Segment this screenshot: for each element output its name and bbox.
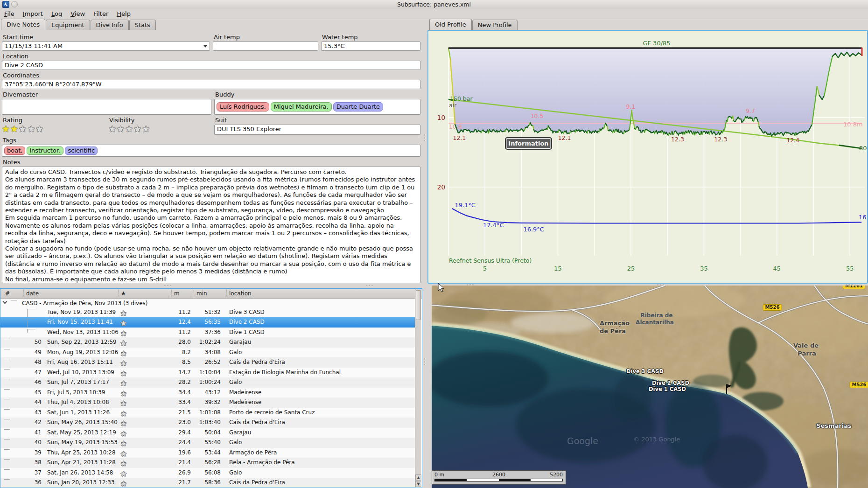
water-temp-label: Water temp <box>322 34 420 41</box>
dive-date: Sat, May 25, 2013 12:19 <box>47 429 116 436</box>
dive-location: Galo <box>229 379 242 385</box>
dive-row[interactable]: 45Fri, Jul 5, 2013 10:39★★★★★34.443:12Ma… <box>0 388 416 398</box>
start-time-combobox[interactable]: 11/15/13 11:41 AM <box>2 42 210 51</box>
dive-row[interactable]: 36Sun, Jan 20, 2013 12:33★★★★★21.758:36C… <box>0 478 416 488</box>
tab-old-profile[interactable]: Old Profile <box>429 19 472 30</box>
dive-location: Dive 2 CASD <box>229 319 265 325</box>
dive-row[interactable]: 48Fri, Aug 16, 2013 15:11★★★★★8.526:52Ca… <box>0 357 416 368</box>
chip: instructor, <box>27 146 63 155</box>
svg-text:12.3: 12.3 <box>714 136 727 143</box>
dive-date: Sun, May 26, 2013 15:40 <box>47 419 118 425</box>
tags-field[interactable]: boat,instructor,scientific <box>2 145 420 157</box>
scroll-down-arrow-icon[interactable]: ▼ <box>415 481 421 487</box>
dive-row[interactable]: Wed, Nov 13, 2013 11:06★★★★★11.237:36Div… <box>0 328 416 338</box>
google-watermark: Google <box>567 436 598 446</box>
coordinates-field[interactable]: 37°05'23.460"N 8°20'47.879"W <box>2 80 420 89</box>
dive-location: Garajau <box>229 339 251 345</box>
notes-textarea[interactable]: Aula do curso CASD. Transectos c/video e… <box>2 167 420 283</box>
water-temp-field[interactable]: 15.3°C <box>321 42 420 51</box>
menu-import[interactable]: Import <box>19 9 47 19</box>
column-header-3[interactable]: m <box>174 290 180 297</box>
dive-row[interactable]: 38Sun, Apr 21, 2013 11:28★★★★★21.456:28B… <box>0 458 416 468</box>
road-badge: M526 <box>763 304 782 311</box>
chip: boat, <box>4 146 25 155</box>
svg-text:GF 30/85: GF 30/85 <box>643 40 670 47</box>
column-header-2[interactable]: ★ <box>121 290 126 297</box>
dive-row[interactable]: 49Mon, Aug 19, 2013 12:06★★★★★8.234:08Ga… <box>0 348 416 358</box>
star-empty-icon: ★ <box>120 319 126 328</box>
map-place-label: Armação <box>600 320 630 327</box>
dive-row[interactable]: 46Sun, Jul 7, 2013 17:17★★★★★28.21:00:24… <box>0 377 416 388</box>
dive-row[interactable]: 40Sun, May 19, 2013 15:53★★★★★24.455:40G… <box>0 438 416 448</box>
map-place-label: Vale de <box>793 342 819 349</box>
dive-location: Garajau <box>229 429 251 436</box>
map-place-label: de Pêra <box>600 328 626 335</box>
visibility-stars[interactable]: ★★★★★ <box>108 125 211 133</box>
rating-stars[interactable]: ★★★★★ <box>2 125 105 133</box>
dive-location: Dive 3 CASD <box>229 309 265 315</box>
vertical-splitter-handle[interactable] <box>424 358 426 369</box>
dive-location: Cais da Pedra d'Eira <box>229 419 285 425</box>
menu-file[interactable]: File <box>0 9 19 19</box>
svg-text:15: 15 <box>554 265 562 272</box>
splitter-handle[interactable] <box>164 285 175 287</box>
dive-row[interactable]: 41Sat, May 25, 2013 12:19★★★★★29.450:04G… <box>0 428 416 438</box>
tab-new-profile[interactable]: New Profile <box>472 20 518 30</box>
tab-stats[interactable]: Stats <box>129 20 156 30</box>
scroll-up-arrow-icon[interactable]: ▲ <box>415 474 421 481</box>
star-empty-icon: ★ <box>120 369 126 378</box>
dive-duration: 39:32 <box>187 399 221 405</box>
star-empty-icon: ★ <box>117 124 125 134</box>
tab-dive-info[interactable]: Dive Info <box>91 20 129 30</box>
vertical-splitter-handle[interactable] <box>424 134 426 145</box>
dive-row[interactable]: 37Sat, Jan 26, 2013 14:58★★★★★26.956:08G… <box>0 468 416 478</box>
dive-row[interactable]: 43Sat, Jun 1, 2013 11:26★★★★★21.51:01:08… <box>0 408 416 418</box>
svg-text:55: 55 <box>846 265 854 272</box>
expander-arrow-icon[interactable] <box>3 300 7 304</box>
dive-date: Sun, Jul 7, 2013 17:17 <box>47 379 109 385</box>
svg-text:5: 5 <box>483 265 487 272</box>
dive-number: 48 <box>28 359 42 365</box>
menu-filter[interactable]: Filter <box>89 9 112 19</box>
menu-log[interactable]: Log <box>47 9 66 19</box>
dive-list-header[interactable]: #date★mminlocation <box>0 289 422 299</box>
divemaster-field[interactable] <box>2 99 211 115</box>
svg-text:16: 16 <box>859 214 867 221</box>
dive-row-selected[interactable]: Fri, Nov 15, 2013 11:41★★★★★12.456:35Div… <box>0 317 416 328</box>
dive-duration: 1:02:24 <box>187 339 221 345</box>
scrollbar-thumb[interactable] <box>416 290 421 320</box>
column-header-1[interactable]: date <box>26 290 39 297</box>
splitter-handle[interactable] <box>366 285 376 287</box>
tab-equipment[interactable]: Equipment <box>46 20 90 30</box>
dive-row[interactable]: 47Wed, Jul 10, 2013 13:09★★★★★14.71:10:0… <box>0 368 416 378</box>
column-separator <box>118 290 119 297</box>
location-field[interactable]: Dive 2 CASD <box>2 61 420 70</box>
column-separator <box>23 290 24 297</box>
suit-field[interactable]: DUI TLS 350 Explorer <box>214 125 420 135</box>
dive-row[interactable]: 39Thu, Apr 25, 2013 10:28★★★★★19.653:44A… <box>0 448 416 458</box>
road-badge: M526 <box>850 382 868 388</box>
dive-row[interactable]: 50Sun, Sep 22, 2013 12:59★★★★★28.01:02:2… <box>0 337 416 348</box>
dive-duration: 56:28 <box>187 459 221 466</box>
dive-number: 40 <box>28 439 42 446</box>
dive-row[interactable]: 42Sun, May 26, 2013 15:40★★★★★23.01:03:4… <box>0 418 416 428</box>
column-header-5[interactable]: location <box>229 290 252 297</box>
dive-site-map[interactable]: Armaçãode PêraRibeira deAlcantarilhaVale… <box>432 286 868 488</box>
menu-view[interactable]: View <box>66 9 89 19</box>
star-empty-icon: ★ <box>120 460 126 468</box>
tab-dive-notes[interactable]: Dive Notes <box>1 19 45 30</box>
star-empty-icon: ★ <box>120 430 126 438</box>
buddy-field[interactable]: Luís Rodrigues,Miguel Madureira,Duarte D… <box>214 99 420 115</box>
dive-number: 47 <box>28 369 42 376</box>
star-filled-icon: ★ <box>2 124 10 134</box>
menu-help[interactable]: Help <box>112 9 135 19</box>
column-header-0[interactable]: # <box>5 290 10 297</box>
profile-plot[interactable]: 10.819.1°C17.4°C16.9°C16GF 30/8510205152… <box>428 31 867 283</box>
dive-row[interactable]: 44Thu, Jul 4, 2013 10:08★★★★★33.439:32Ma… <box>0 397 416 408</box>
dive-row[interactable]: Tue, Nov 19, 2013 11:39★★★★★11.251:32Div… <box>0 307 416 318</box>
dive-list-scrollbar[interactable]: ▲ ▼ <box>415 289 421 487</box>
air-temp-field[interactable] <box>213 42 318 51</box>
svg-text:80: 80 <box>859 145 867 152</box>
svg-text:45: 45 <box>773 265 781 272</box>
column-header-4[interactable]: min <box>196 290 207 297</box>
